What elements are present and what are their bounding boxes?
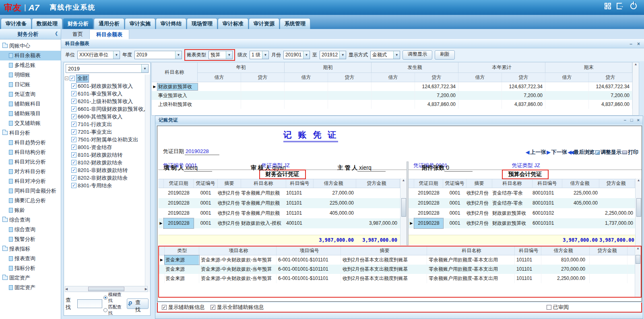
cell-credit[interactable]: 3,987,000.00 [356, 218, 400, 228]
cell-code[interactable]: 101101 [515, 274, 541, 283]
sidebar-item[interactable]: 科目余额表 [0, 51, 61, 60]
checkbox-checked-icon[interactable]: ✓ [71, 129, 76, 135]
voucher-row[interactable]: 201902280001收到2月份资金结存-零余80010101225,000.… [409, 188, 642, 198]
sidebar-item[interactable]: 日记账 [0, 80, 61, 89]
cell[interactable] [372, 82, 415, 91]
checkbox-checked-icon[interactable]: ✓ [70, 76, 75, 81]
power-icon[interactable] [630, 3, 637, 9]
sidebar-item[interactable]: 报表查询 [0, 254, 61, 263]
cell-no[interactable]: 0001 [194, 208, 218, 218]
cell[interactable] [198, 91, 241, 100]
cell-project-code[interactable]: 6-001-001001-$101101 [277, 274, 341, 283]
cell-debit[interactable]: 27,000.00 [314, 188, 356, 198]
cell[interactable]: 124,637,722.34 [502, 82, 545, 91]
voucher-date-value[interactable]: 20190228 [185, 148, 219, 155]
checkbox-checked-icon[interactable]: ✓ [71, 106, 76, 112]
main-tab[interactable]: 系统管理 [280, 18, 310, 29]
print-button[interactable]: 打印 [628, 149, 638, 156]
scroll-thumb[interactable] [636, 255, 640, 264]
content-tab[interactable]: 首页 [66, 29, 89, 39]
main-tab[interactable]: 审计实施 [125, 18, 155, 29]
cell-project[interactable]: 资金来源-中央财政拨款-当年预算 [199, 274, 277, 283]
cell[interactable]: 124,637,722.34 [589, 82, 632, 91]
cell-project[interactable]: 资金来源-中央财政拨款-当年预算 [199, 255, 277, 265]
cell-date[interactable]: 20190228 [164, 188, 194, 198]
main-tab[interactable]: 审计终结 [156, 18, 186, 29]
voucher-row[interactable]: 201902280001收到2月份零余额账户用款额10110127,000.00 [158, 188, 407, 198]
sidebar-item[interactable]: 凭证查询 [0, 89, 61, 99]
voucher-vertical-scrollbar[interactable]: ▲ [635, 178, 642, 245]
panel-minimize-icon[interactable]: – [630, 41, 632, 47]
main-tab[interactable]: 现场管理 [187, 18, 217, 29]
cell-no[interactable]: 0001 [443, 218, 466, 228]
checkbox-checked-icon[interactable]: ✓ [71, 160, 76, 165]
aux-row[interactable]: ▶资金来源资金来源-中央财政拨款-当年预算6-001-001001-$10110… [159, 255, 641, 265]
cell-debit[interactable] [562, 218, 599, 228]
cell-subject[interactable]: 零余额账户用款额度-基本支出用 [427, 255, 515, 265]
checkbox-checked-icon[interactable]: ✓ [71, 91, 76, 96]
cell-date[interactable]: 20190228 [164, 218, 194, 228]
cell-subject[interactable]: 财政拨款预算收 [492, 218, 533, 228]
checkbox-checked-icon[interactable]: ✓ [71, 114, 76, 119]
year-select[interactable]: 2019▼ [134, 51, 182, 59]
cell[interactable] [328, 82, 372, 91]
sidebar-item[interactable]: 科目趋势分析 [0, 138, 61, 147]
tree-root-node[interactable]: − ✓ 全部 [65, 75, 145, 82]
cell-credit[interactable] [356, 208, 400, 218]
voucher-row[interactable]: 201902280001收到2月份资金结存-零余80010101405,000.… [409, 198, 642, 208]
exact-search-radio[interactable]: 匹配查找 [103, 304, 126, 316]
cell-no[interactable]: 0001 [443, 188, 466, 198]
cell-credit[interactable] [599, 188, 635, 198]
level-select[interactable]: 1 级▼ [250, 51, 269, 59]
cell-no[interactable]: 0001 [443, 208, 466, 218]
cell-project[interactable]: 资金来源-中央财政拨款-当年预算 [199, 265, 277, 274]
cell-code[interactable]: 101101 [286, 198, 314, 208]
cell-credit[interactable]: 1,737,000.00 [599, 218, 635, 228]
cell-code[interactable]: 400101 [286, 218, 314, 228]
checkbox-checked-icon[interactable]: ✓ [71, 175, 76, 180]
cell-summary[interactable]: 收到2月份基本支出额度到账基 [341, 265, 427, 274]
sidebar-item[interactable]: 科目结构分析 [0, 147, 61, 157]
cell-credit[interactable] [590, 265, 627, 274]
sidebar-item[interactable]: 多维总账 [0, 60, 61, 70]
cell[interactable] [458, 82, 502, 91]
adjust-display-button[interactable]: 调整显示 [601, 149, 621, 156]
cell[interactable] [328, 100, 372, 109]
sidebar-item[interactable]: 科目对比分析 [0, 157, 61, 167]
sidebar-item[interactable]: 科目对冲分析 [0, 176, 61, 186]
cell-subject[interactable]: 零余额账户用款额度-基本支出用 [427, 265, 515, 274]
aux-vertical-scrollbar[interactable]: ▲ [635, 246, 641, 297]
cell-code[interactable]: 80010101 [533, 188, 562, 198]
cell-no[interactable]: 0001 [194, 198, 218, 208]
sidebar-item[interactable]: 固定资产 [0, 283, 61, 292]
cell-project-code[interactable]: 6-001-001001-$101101 [277, 265, 341, 274]
chevron-down-icon[interactable]: ▼ [262, 51, 268, 59]
chevron-down-icon[interactable]: ▼ [113, 51, 120, 59]
cell-debit[interactable]: 225,000.00 [314, 198, 356, 208]
cell-subject[interactable]: 零余额账户用款额 [241, 198, 286, 208]
tree-account-node[interactable]: ✓ 8001-资金结存 [65, 143, 145, 151]
window-maximize-icon[interactable]: □ [630, 118, 633, 122]
cell-summary[interactable]: 收到2月份 [218, 188, 241, 198]
cell[interactable]: 4,837,860.00 [415, 100, 458, 109]
tree-account-node[interactable]: ✓ 6609-其他预算收入 [65, 113, 145, 120]
cell[interactable]: 7,200.00 [415, 91, 458, 100]
reviewed-checkbox[interactable]: 已审阅 [547, 304, 569, 311]
sidebar-item[interactable]: 阅账中心 [0, 41, 61, 51]
cell-debit[interactable]: 405,000.00 [314, 208, 356, 218]
checkbox-checked-icon[interactable]: ✓ [71, 137, 76, 142]
cell-no[interactable]: 0001 [194, 188, 218, 198]
cell-subject[interactable]: 零余额账户用款额 [241, 188, 286, 198]
cell-credit[interactable] [356, 188, 400, 198]
refresh-button[interactable]: 刷新 [435, 50, 455, 60]
tree-account-node[interactable]: ✓ 6101-事业预算收入 [65, 90, 145, 97]
tree-account-node[interactable]: ✓ 8301-专用结余 [65, 182, 145, 189]
sidebar-item[interactable]: 摘要汇总分析 [0, 196, 61, 205]
cell[interactable] [241, 100, 285, 109]
aux-row[interactable]: 资金来源资金来源-中央财政拨款-当年预算6-001-001001-$101101… [159, 265, 641, 274]
cell-no[interactable]: 0001 [443, 198, 466, 208]
cell-type[interactable]: 资金来源 [165, 274, 199, 283]
sidebar-item[interactable]: 辅助账科目 [0, 99, 61, 109]
cell[interactable] [198, 100, 241, 109]
cell-debit[interactable]: 2,250,000.00 [541, 274, 590, 283]
